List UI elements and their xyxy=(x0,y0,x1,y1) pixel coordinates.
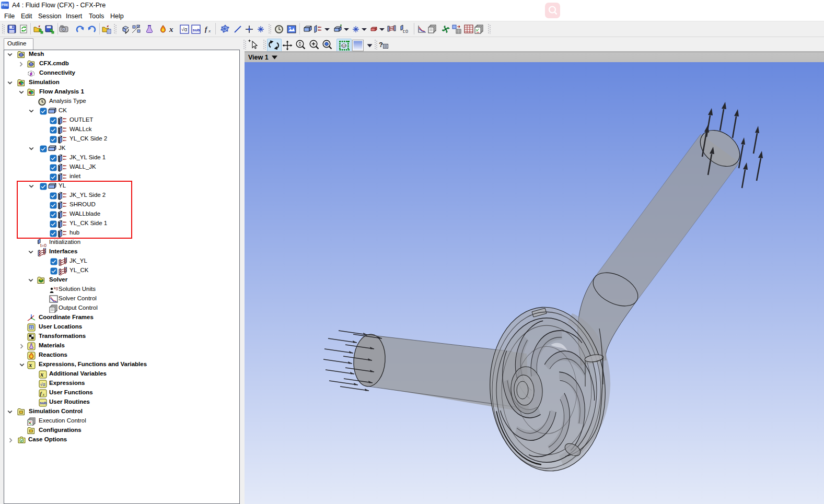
svg-text:x: x xyxy=(40,371,43,378)
svg-text:sub: sub xyxy=(40,401,47,405)
svg-text:t:0: t:0 xyxy=(403,29,408,34)
svg-text:?: ? xyxy=(379,41,383,49)
svg-text:x: x xyxy=(208,28,211,33)
svg-text:kg: kg xyxy=(54,286,58,290)
svg-text:x: x xyxy=(28,361,32,369)
svg-text:t=0: t=0 xyxy=(40,243,47,248)
svg-text:√α: √α xyxy=(181,27,187,32)
svg-text:x: x xyxy=(169,25,173,33)
svg-text:f: f xyxy=(205,25,208,33)
svg-text:x: x xyxy=(42,392,45,397)
svg-text:sub: sub xyxy=(193,28,200,32)
svg-text:√α: √α xyxy=(40,382,45,387)
